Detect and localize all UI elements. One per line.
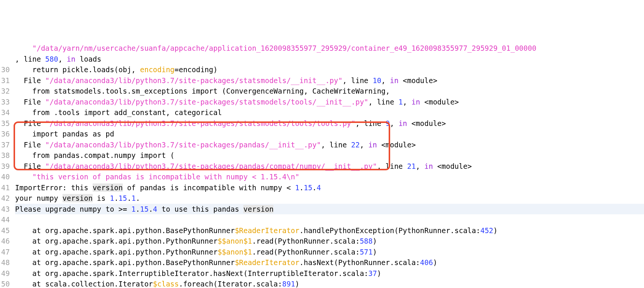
code-token: import pandas as pd [32,130,114,138]
code-token: 1 [398,98,403,106]
code-token: 15 [140,205,149,213]
code-line: import pandas as pd [15,129,644,139]
code-token: 9 [386,119,390,127]
code-line: your numpy version is 1.15.1. [15,193,644,204]
code-token: "/data/anaconda3/lib/python3.7/site-pack… [45,98,368,106]
code-token: =encoding) [174,65,217,74]
code-editor: 3031323334353637383940414243444546474849… [0,43,644,288]
line-number: 34 [0,107,10,118]
code-token: .handlePythonException(PythonRunner.scal… [299,226,480,235]
code-token: . [312,183,316,192]
code-token: "/data/anaconda3/lib/python3.7/site-pack… [45,76,342,85]
code-token: in [398,119,407,127]
code-token: <module> [433,162,472,170]
code-token: from pandas.compat.numpy import ( [32,151,175,159]
code-token: at org.apache.spark.api.python.PythonRun… [32,248,218,256]
code-token: <module> [420,98,459,106]
line-number: 48 [0,257,10,268]
code-line: at org.apache.spark.api.python.BasePytho… [15,257,644,268]
code-token: $ReaderIterator [235,226,299,235]
code-token: 580 [45,55,58,63]
code-token: ) [493,226,497,235]
code-token: .read(PythonRunner.scala: [252,248,360,256]
code-token: . [127,194,131,202]
code-token: ImportError: this [15,183,93,192]
code-line: File "/data/anaconda3/lib/python3.7/site… [15,161,644,172]
code-token: "/data/anaconda3/lib/python3.7/site-pack… [45,119,356,127]
code-line: , line 580, in loads [15,54,644,65]
code-token: , [58,55,67,63]
code-token: ) [372,237,377,245]
code-line: at org.apache.spark.api.python.PythonRun… [15,247,644,258]
code-token: ) [433,258,437,267]
code-token: File [24,119,45,127]
code-token: . [136,205,140,213]
code-token: version [63,194,93,202]
code-token: "/data/anaconda3/lib/python3.7/site-pack… [45,162,377,170]
line-number [0,43,10,54]
line-number: 38 [0,150,10,161]
code-token: , line [342,76,372,85]
code-token: 4 [153,205,157,213]
code-token: 22 [351,141,360,149]
code-token: . [114,194,118,202]
code-token: 571 [360,248,372,256]
code-line: return pickle.loads(obj, encoding=encodi… [15,64,644,75]
code-token: $ReaderIterator [235,258,299,267]
code-token: encoding [140,65,175,74]
line-number [0,54,10,65]
code-token: File [24,141,45,149]
code-token: 21 [407,162,416,170]
code-token: 1 [110,194,114,202]
line-number: 49 [0,268,10,279]
code-token: $class [153,280,179,288]
code-line: File "/data/anaconda3/lib/python3.7/site… [15,139,644,150]
code-token: File [24,98,45,106]
code-token: , [390,119,398,127]
code-token: $$anon$1 [218,237,252,245]
code-line: "/data/yarn/nm/usercache/suanfa/appcache… [15,43,644,54]
code-token: "this version of pandas is incompatible … [32,173,299,181]
code-token: at org.apache.spark.api.python.BasePytho… [32,226,235,235]
code-token: <module> [377,141,416,149]
code-line: at org.apache.spark.api.python.BasePytho… [15,225,644,236]
code-content[interactable]: "/data/yarn/nm/usercache/suanfa/appcache… [15,43,644,288]
code-token: return pickle.loads(obj, [32,65,140,74]
code-token: loads [75,55,101,63]
code-token: File [24,76,45,85]
line-number: 36 [0,129,10,139]
code-token: , [416,162,424,170]
code-token: from statsmodels.tools.sm_exceptions imp… [32,87,390,95]
line-number: 31 [0,75,10,86]
code-token: 15 [304,183,312,192]
line-number: 37 [0,139,10,150]
code-line: ImportError: this version of pandas is i… [15,182,644,193]
code-token: 1 [131,194,136,202]
code-token: at org.apache.spark.api.python.BasePytho… [32,258,235,267]
code-token: $$anon$1 [218,248,252,256]
line-number: 43 [0,204,10,215]
code-token: 588 [360,237,372,245]
line-number: 42 [0,193,10,204]
code-token: . [299,183,304,192]
code-token: <module> [407,119,446,127]
code-line [15,214,644,225]
code-token: to use this pandas [157,205,244,213]
code-token: .foreach(Iterator.scala: [179,280,282,288]
code-token: File [24,162,45,170]
code-token: 891 [282,280,295,288]
code-token: , [403,98,412,106]
code-line: Please upgrade numpy to >= 1.15.4 to use… [15,204,644,215]
line-number: 47 [0,247,10,258]
line-number: 50 [0,279,10,288]
code-line: File "/data/anaconda3/lib/python3.7/site… [15,75,644,86]
code-token: is [93,194,110,202]
code-token: "/data/anaconda3/lib/python3.7/site-pack… [45,141,321,149]
line-number: 33 [0,97,10,108]
code-token: ) [377,269,381,277]
code-token: of pandas is incompatible with numpy < [123,183,295,192]
code-token: ) [295,280,299,288]
code-token: in [411,98,420,106]
code-token: <module> [398,76,437,85]
code-line: at org.apache.spark.InterruptibleIterato… [15,268,644,279]
